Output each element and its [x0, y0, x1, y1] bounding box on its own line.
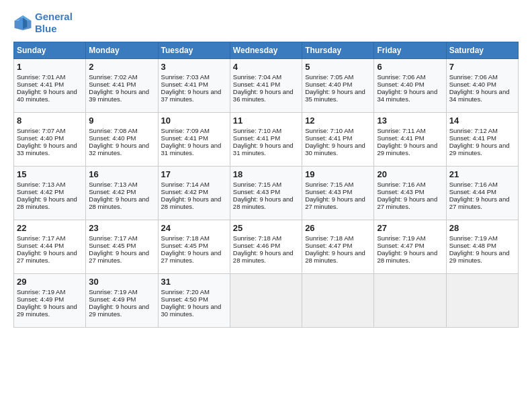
sunset-text: Sunset: 4:47 PM	[305, 242, 371, 249]
sunset-text: Sunset: 4:48 PM	[449, 242, 515, 249]
daylight-text: Daylight: 9 hours and 37 minutes.	[161, 88, 227, 103]
sunset-text: Sunset: 4:43 PM	[305, 188, 371, 195]
sunrise-text: Sunrise: 7:19 AM	[449, 234, 515, 242]
sunrise-text: Sunrise: 7:06 AM	[377, 73, 443, 81]
day-number: 11	[233, 116, 299, 126]
day-cell: 17Sunrise: 7:14 AMSunset: 4:42 PMDayligh…	[158, 167, 230, 220]
day-cell: 23Sunrise: 7:17 AMSunset: 4:45 PMDayligh…	[86, 220, 158, 274]
col-header-tuesday: Tuesday	[158, 42, 230, 59]
daylight-text: Daylight: 9 hours and 33 minutes.	[17, 142, 83, 156]
daylight-text: Daylight: 9 hours and 28 minutes.	[89, 195, 154, 210]
day-cell: 29Sunrise: 7:19 AMSunset: 4:49 PMDayligh…	[14, 274, 86, 328]
day-number: 10	[161, 116, 227, 126]
daylight-text: Daylight: 9 hours and 29 minutes.	[17, 303, 83, 318]
daylight-text: Daylight: 9 hours and 35 minutes.	[305, 88, 371, 103]
daylight-text: Daylight: 9 hours and 34 minutes.	[449, 88, 515, 103]
day-cell	[374, 274, 446, 328]
sunrise-text: Sunrise: 7:08 AM	[89, 127, 154, 134]
daylight-text: Daylight: 9 hours and 29 minutes.	[377, 142, 443, 156]
daylight-text: Daylight: 9 hours and 27 minutes.	[449, 195, 515, 210]
sunrise-text: Sunrise: 7:19 AM	[89, 288, 154, 295]
sunset-text: Sunset: 4:42 PM	[17, 188, 83, 195]
daylight-text: Daylight: 9 hours and 31 minutes.	[233, 142, 299, 156]
day-number: 18	[233, 169, 299, 179]
logo-text: General Blue	[35, 11, 73, 35]
week-row-1: 1Sunrise: 7:01 AMSunset: 4:41 PMDaylight…	[14, 59, 519, 113]
day-cell: 27Sunrise: 7:19 AMSunset: 4:47 PMDayligh…	[374, 220, 446, 274]
day-number: 28	[449, 223, 515, 233]
daylight-text: Daylight: 9 hours and 28 minutes.	[377, 249, 443, 264]
day-cell: 8Sunrise: 7:07 AMSunset: 4:40 PMDaylight…	[14, 113, 86, 167]
day-cell: 11Sunrise: 7:10 AMSunset: 4:41 PMDayligh…	[230, 113, 302, 167]
day-cell: 18Sunrise: 7:15 AMSunset: 4:43 PMDayligh…	[230, 167, 302, 220]
day-number: 3	[161, 62, 227, 72]
day-cell: 20Sunrise: 7:16 AMSunset: 4:43 PMDayligh…	[374, 167, 446, 220]
sunrise-text: Sunrise: 7:09 AM	[161, 127, 227, 134]
daylight-text: Daylight: 9 hours and 29 minutes.	[89, 303, 154, 318]
daylight-text: Daylight: 9 hours and 36 minutes.	[233, 88, 299, 103]
sunset-text: Sunset: 4:42 PM	[161, 188, 227, 195]
day-cell: 19Sunrise: 7:15 AMSunset: 4:43 PMDayligh…	[302, 167, 374, 220]
sunrise-text: Sunrise: 7:07 AM	[17, 127, 83, 134]
sunrise-text: Sunrise: 7:14 AM	[161, 181, 227, 188]
sunrise-text: Sunrise: 7:10 AM	[233, 127, 299, 134]
sunset-text: Sunset: 4:40 PM	[89, 134, 154, 142]
day-number: 27	[377, 223, 443, 233]
sunset-text: Sunset: 4:49 PM	[89, 295, 154, 303]
day-cell: 30Sunrise: 7:19 AMSunset: 4:49 PMDayligh…	[86, 274, 158, 328]
day-number: 16	[89, 169, 154, 179]
sunset-text: Sunset: 4:40 PM	[449, 81, 515, 88]
sunset-text: Sunset: 4:47 PM	[377, 242, 443, 249]
day-number: 25	[233, 223, 299, 233]
day-number: 17	[161, 169, 227, 179]
day-cell: 21Sunrise: 7:16 AMSunset: 4:44 PMDayligh…	[446, 167, 518, 220]
day-cell: 14Sunrise: 7:12 AMSunset: 4:41 PMDayligh…	[446, 113, 518, 167]
sunrise-text: Sunrise: 7:13 AM	[89, 181, 154, 188]
day-number: 7	[449, 62, 515, 72]
sunrise-text: Sunrise: 7:17 AM	[17, 234, 83, 242]
day-cell: 12Sunrise: 7:10 AMSunset: 4:41 PMDayligh…	[302, 113, 374, 167]
day-number: 24	[161, 223, 227, 233]
col-header-friday: Friday	[374, 42, 446, 59]
sunset-text: Sunset: 4:41 PM	[89, 81, 154, 88]
daylight-text: Daylight: 9 hours and 30 minutes.	[161, 303, 227, 318]
daylight-text: Daylight: 9 hours and 27 minutes.	[377, 195, 443, 210]
sunset-text: Sunset: 4:40 PM	[377, 81, 443, 88]
sunrise-text: Sunrise: 7:20 AM	[161, 288, 227, 295]
daylight-text: Daylight: 9 hours and 29 minutes.	[449, 142, 515, 156]
sunrise-text: Sunrise: 7:18 AM	[233, 234, 299, 242]
day-cell: 26Sunrise: 7:18 AMSunset: 4:47 PMDayligh…	[302, 220, 374, 274]
day-cell	[230, 274, 302, 328]
day-cell: 1Sunrise: 7:01 AMSunset: 4:41 PMDaylight…	[14, 59, 86, 113]
day-cell: 25Sunrise: 7:18 AMSunset: 4:46 PMDayligh…	[230, 220, 302, 274]
daylight-text: Daylight: 9 hours and 27 minutes.	[89, 249, 154, 264]
day-number: 12	[305, 116, 371, 126]
col-header-monday: Monday	[86, 42, 158, 59]
sunset-text: Sunset: 4:44 PM	[449, 188, 515, 195]
day-number: 19	[305, 169, 371, 179]
sunrise-text: Sunrise: 7:16 AM	[449, 181, 515, 188]
daylight-text: Daylight: 9 hours and 28 minutes.	[161, 195, 227, 210]
day-cell: 9Sunrise: 7:08 AMSunset: 4:40 PMDaylight…	[86, 113, 158, 167]
sunset-text: Sunset: 4:43 PM	[377, 188, 443, 195]
col-header-saturday: Saturday	[446, 42, 518, 59]
sunset-text: Sunset: 4:41 PM	[161, 81, 227, 88]
day-number: 13	[377, 116, 443, 126]
sunrise-text: Sunrise: 7:19 AM	[17, 288, 83, 295]
sunrise-text: Sunrise: 7:11 AM	[377, 127, 443, 134]
day-cell: 16Sunrise: 7:13 AMSunset: 4:42 PMDayligh…	[86, 167, 158, 220]
page-container: General Blue SundayMondayTuesdayWednesda…	[0, 0, 532, 334]
header-row: SundayMondayTuesdayWednesdayThursdayFrid…	[14, 42, 519, 59]
sunset-text: Sunset: 4:41 PM	[305, 134, 371, 142]
day-number: 23	[89, 223, 154, 233]
sunrise-text: Sunrise: 7:06 AM	[449, 73, 515, 81]
sunrise-text: Sunrise: 7:18 AM	[161, 234, 227, 242]
day-cell: 22Sunrise: 7:17 AMSunset: 4:44 PMDayligh…	[14, 220, 86, 274]
sunrise-text: Sunrise: 7:01 AM	[17, 73, 83, 81]
sunset-text: Sunset: 4:41 PM	[17, 81, 83, 88]
day-number: 26	[305, 223, 371, 233]
day-number: 8	[17, 116, 83, 126]
sunrise-text: Sunrise: 7:15 AM	[305, 181, 371, 188]
sunset-text: Sunset: 4:44 PM	[17, 242, 83, 249]
sunset-text: Sunset: 4:45 PM	[89, 242, 154, 249]
